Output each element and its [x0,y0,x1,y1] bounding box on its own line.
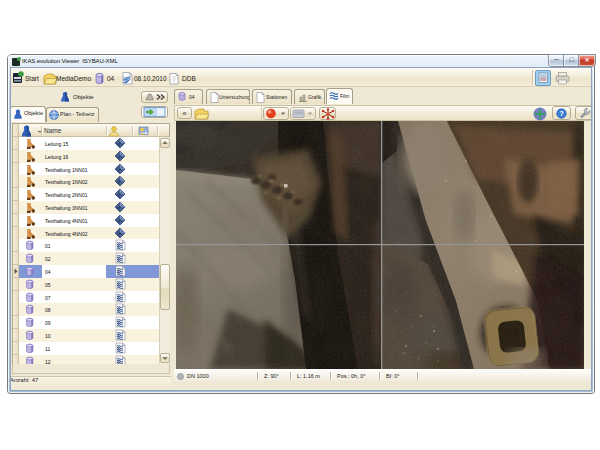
svg-text:?: ? [559,109,564,118]
